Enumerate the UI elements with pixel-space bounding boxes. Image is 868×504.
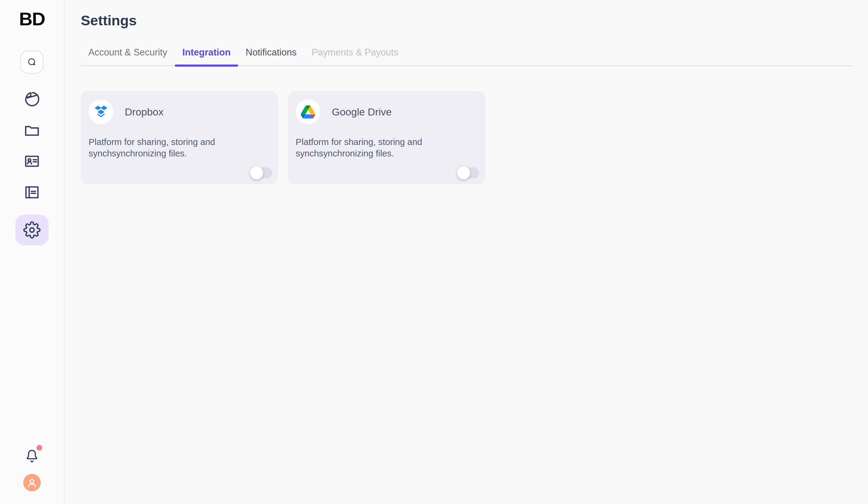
sidebar-item-files[interactable]: [23, 122, 41, 139]
dropbox-icon: [89, 100, 113, 124]
card-header: Google Drive: [296, 100, 477, 124]
tab-bar: Account & Security Integration Notificat…: [81, 47, 853, 66]
tab-integration[interactable]: Integration: [175, 47, 238, 65]
integration-name: Dropbox: [125, 106, 164, 118]
tab-payments-payouts[interactable]: Payments & Payouts: [304, 47, 406, 65]
sidebar-item-settings[interactable]: [16, 215, 49, 245]
tab-account-security[interactable]: Account & Security: [81, 47, 175, 65]
user-avatar[interactable]: [23, 474, 41, 491]
search-icon: [27, 56, 37, 68]
sidebar-nav: [16, 90, 49, 245]
integration-cards: Dropbox Platform for sharing, storing an…: [81, 91, 853, 185]
integration-description: Platform for sharing, storing and synchs…: [89, 136, 232, 159]
gear-icon: [23, 221, 41, 239]
page-title: Settings: [81, 12, 853, 29]
sidebar-bottom: [23, 447, 41, 491]
integration-name: Google Drive: [332, 106, 392, 118]
user-icon: [25, 476, 38, 489]
sidebar-item-analytics[interactable]: [23, 90, 41, 108]
active-tab-underline: [175, 64, 238, 66]
toggle-knob: [250, 166, 263, 179]
app-logo: BD: [19, 8, 45, 30]
card-header: Dropbox: [89, 100, 270, 124]
integration-card-dropbox: Dropbox Platform for sharing, storing an…: [81, 91, 278, 185]
tab-notifications[interactable]: Notifications: [238, 47, 304, 65]
integration-card-google-drive: Google Drive Platform for sharing, stori…: [288, 91, 485, 185]
google-drive-toggle[interactable]: [457, 167, 479, 178]
sidebar: BD: [0, 0, 64, 504]
app-root: BD: [0, 0, 868, 504]
pie-chart-icon: [23, 90, 41, 108]
sidebar-item-news[interactable]: [23, 184, 41, 201]
notifications-button[interactable]: [23, 447, 40, 464]
folder-icon: [23, 122, 41, 139]
toggle-knob: [457, 166, 470, 179]
main-content: Settings Account & Security Integration …: [64, 0, 868, 504]
dropbox-toggle[interactable]: [250, 167, 272, 178]
sidebar-item-contacts[interactable]: [23, 153, 41, 170]
google-drive-icon: [296, 100, 320, 124]
tab-integration-label: Integration: [182, 47, 230, 58]
bell-icon: [24, 448, 40, 463]
contact-card-icon: [23, 153, 41, 170]
notification-badge: [37, 445, 42, 451]
search-button[interactable]: [21, 51, 43, 74]
integration-description: Platform for sharing, storing and synchs…: [296, 136, 439, 159]
news-icon: [23, 184, 41, 201]
